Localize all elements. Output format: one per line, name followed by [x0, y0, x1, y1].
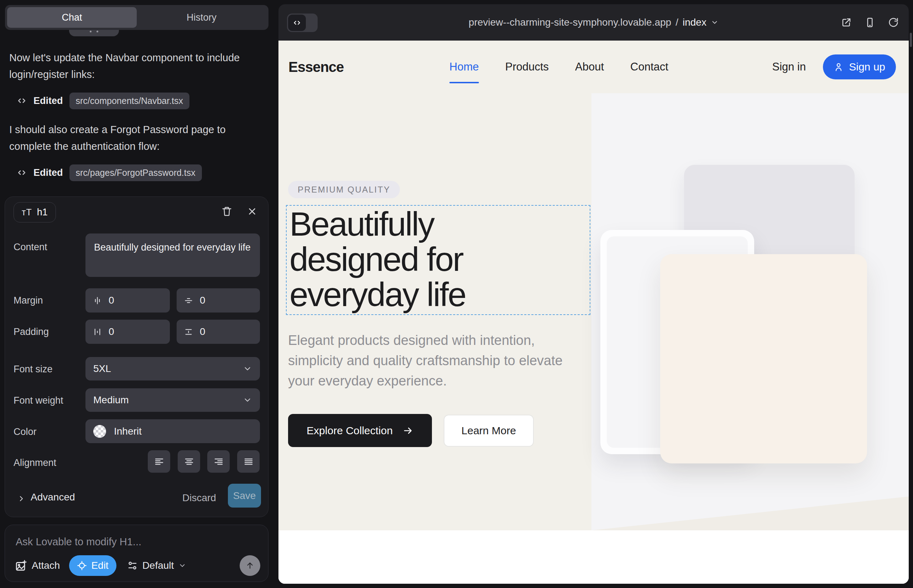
padding-y-input[interactable]: 0 — [176, 320, 260, 344]
chat-history-tabs: Chat History — [5, 5, 269, 30]
margin-y-value: 0 — [200, 295, 206, 306]
selected-element-tag: тT h1 — [13, 202, 56, 223]
chevron-down-icon — [711, 18, 719, 26]
element-editor-panel: тT h1 Content Beautifully designed for e… — [5, 197, 269, 517]
send-button[interactable] — [240, 555, 260, 576]
align-center-button[interactable] — [178, 450, 200, 473]
margin-label: Margin — [13, 295, 43, 306]
color-select[interactable]: Inherit — [86, 419, 260, 443]
close-editor-button[interactable] — [247, 206, 257, 217]
advanced-toggle[interactable]: Advanced — [31, 491, 75, 503]
save-button[interactable]: Save — [228, 484, 261, 507]
explore-collection-button[interactable]: Explore Collection — [288, 414, 432, 447]
sign-in-link[interactable]: Sign in — [772, 60, 806, 73]
color-swatch-icon — [93, 425, 106, 438]
content-label: Content — [13, 242, 47, 253]
rendered-site: Essence Home Products About Contact Sign… — [278, 40, 909, 584]
composer-input[interactable] — [16, 533, 251, 551]
tab-chat[interactable]: Chat — [7, 7, 137, 28]
site-navbar: Essence Home Products About Contact Sign… — [278, 40, 909, 93]
discard-button[interactable]: Discard — [182, 492, 216, 504]
padding-x-value: 0 — [108, 326, 114, 338]
edited-label: Edited — [34, 167, 63, 178]
preview-toolbar: preview--charming-site-symphony.lovable.… — [278, 4, 909, 40]
align-left-button[interactable] — [148, 450, 170, 473]
user-icon — [834, 62, 843, 72]
margin-x-input[interactable]: 0 — [86, 288, 170, 312]
hero-description: Elegant products designed with intention… — [288, 330, 576, 391]
nav-link-products[interactable]: Products — [505, 60, 549, 73]
below-hero-section — [278, 530, 909, 584]
edited-file-row: Edited src/pages/ForgotPassword.tsx — [16, 165, 202, 181]
nav-link-home[interactable]: Home — [449, 60, 479, 73]
arrow-right-icon — [403, 425, 413, 436]
font-weight-select[interactable]: Medium — [86, 388, 260, 412]
alignment-label: Alignment — [13, 457, 56, 468]
site-auth-actions: Sign in Sign up — [772, 40, 896, 93]
code-icon — [16, 167, 27, 178]
file-path-chip[interactable]: src/components/Navbar.tsx — [70, 92, 190, 109]
sign-up-button[interactable]: Sign up — [823, 55, 896, 79]
learn-more-button[interactable]: Learn More — [444, 415, 534, 447]
color-label: Color — [13, 426, 37, 438]
padding-horizontal-icon — [92, 327, 102, 337]
preview-window: preview--charming-site-symphony.lovable.… — [278, 4, 909, 584]
edit-label: Edit — [91, 560, 108, 571]
margin-x-value: 0 — [108, 295, 114, 306]
chevron-down-icon — [243, 364, 252, 373]
edited-label: Edited — [34, 95, 63, 107]
image-plus-icon — [15, 559, 27, 572]
delete-element-button[interactable] — [222, 206, 232, 217]
mode-selector[interactable]: Default — [127, 560, 186, 571]
sign-up-label: Sign up — [849, 61, 885, 73]
attach-label: Attach — [32, 560, 60, 571]
target-icon — [77, 561, 87, 570]
hero-heading: Beautifully designed for everyday life — [290, 207, 590, 312]
color-value: Inherit — [114, 426, 142, 437]
sliders-icon — [127, 560, 138, 571]
font-weight-value: Medium — [93, 394, 129, 406]
mobile-view-button[interactable] — [864, 17, 875, 28]
route-selector[interactable]: index — [683, 17, 706, 28]
font-size-value: 5XL — [93, 363, 111, 375]
padding-label: Padding — [13, 326, 49, 338]
code-icon — [16, 95, 27, 106]
explore-collection-label: Explore Collection — [307, 425, 393, 437]
refresh-button[interactable] — [888, 17, 899, 28]
font-size-label: Font size — [13, 364, 53, 375]
edit-mode-pill[interactable]: Edit — [69, 555, 116, 576]
nav-link-about[interactable]: About — [575, 60, 604, 73]
align-right-button[interactable] — [207, 450, 230, 473]
padding-x-input[interactable]: 0 — [86, 320, 170, 344]
content-input[interactable]: Beautifully designed for everyday life — [86, 234, 260, 277]
file-path-chip[interactable]: src/pages/ForgotPassword.tsx — [70, 165, 202, 181]
chevron-down-icon — [178, 562, 186, 570]
open-in-new-window-button[interactable] — [841, 17, 852, 28]
padding-y-value: 0 — [200, 326, 206, 338]
mode-label: Default — [142, 560, 174, 571]
margin-y-input[interactable]: 0 — [176, 288, 260, 312]
font-size-select[interactable]: 5XL — [86, 357, 260, 381]
site-nav-links: Home Products About Contact — [449, 40, 669, 93]
chat-composer: Attach Edit Default — [5, 525, 269, 582]
scrolled-pill-fragment — [69, 30, 119, 36]
nav-link-contact[interactable]: Contact — [630, 60, 669, 73]
typography-icon: тT — [22, 207, 32, 218]
chevron-right-icon — [17, 494, 26, 503]
preview-actions — [841, 4, 899, 40]
address-bar[interactable]: preview--charming-site-symphony.lovable.… — [278, 4, 909, 40]
site-logo[interactable]: Essence — [288, 40, 344, 93]
align-justify-button[interactable] — [237, 450, 260, 473]
attach-button[interactable]: Attach — [15, 559, 60, 572]
composer-toolbar: Attach Edit Default — [15, 554, 260, 577]
padding-vertical-icon — [184, 327, 193, 337]
margin-vertical-icon — [184, 296, 193, 305]
chat-scrollbar[interactable] — [910, 33, 912, 47]
selected-h1-outline[interactable]: Beautifully designed for everyday life — [286, 205, 590, 315]
tab-history[interactable]: History — [137, 7, 266, 28]
element-tag-label: h1 — [37, 207, 48, 218]
font-weight-label: Font weight — [13, 395, 63, 406]
hero-badge: PREMIUM QUALITY — [288, 181, 400, 198]
chat-message: Now let's update the Navbar component to… — [9, 50, 257, 83]
preview-url: preview--charming-site-symphony.lovable.… — [469, 17, 671, 28]
